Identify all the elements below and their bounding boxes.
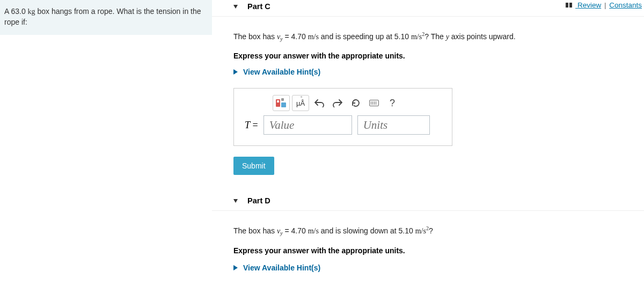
problem-statement: A 63.0 kg box hangs from a rope. What is… (0, 0, 212, 35)
svg-rect-3 (281, 102, 286, 107)
review-link[interactable]: Review (575, 1, 601, 9)
answer-box: µ°Å ? T = (233, 88, 452, 146)
part-d-prompt: The box has vy = 4.70 m/s and is slowing… (233, 225, 633, 237)
units-input[interactable] (357, 115, 430, 135)
svg-rect-1 (277, 100, 279, 102)
collapse-icon[interactable] (233, 199, 238, 203)
collapse-icon[interactable] (233, 5, 238, 9)
units-button[interactable]: µ°Å (292, 95, 309, 111)
hint-label: View Available Hint(s) (243, 68, 320, 76)
undo-button[interactable] (311, 95, 327, 111)
template-picker-button[interactable] (273, 95, 290, 111)
problem-unit: kg (28, 8, 35, 16)
part-d: Part D The box has vy = 4.70 m/s and is … (212, 194, 644, 273)
link-separator: | (603, 1, 608, 9)
hint-label: View Available Hint(s) (243, 263, 320, 272)
value-input[interactable] (264, 115, 352, 135)
reset-button[interactable] (348, 95, 364, 111)
part-c-title: Part C (247, 2, 270, 11)
expand-icon (233, 69, 238, 75)
keyboard-button[interactable] (366, 95, 382, 111)
problem-text-pre: A 63.0 (4, 7, 28, 16)
part-d-title: Part D (247, 196, 270, 205)
answer-toolbar: µ°Å ? (234, 89, 452, 115)
help-button[interactable]: ? (384, 95, 400, 111)
part-d-header[interactable]: Part D (212, 194, 644, 211)
part-c-prompt: The box has vy = 4.70 m/s and is speedin… (233, 31, 633, 43)
part-c-instruction: Express your answer with the appropriate… (233, 52, 633, 60)
top-links: Review | Constants (566, 1, 642, 9)
view-hints-button[interactable]: View Available Hint(s) (233, 262, 633, 273)
tension-label: T = (245, 120, 258, 131)
svg-rect-2 (281, 98, 284, 101)
main-area: Review | Constants Part C The box has vy… (212, 0, 644, 286)
flag-icon[interactable] (566, 1, 573, 6)
part-d-instruction: Express your answer with the appropriate… (233, 246, 633, 255)
expand-icon (233, 265, 238, 270)
view-hints-button[interactable]: View Available Hint(s) (233, 68, 633, 76)
redo-button[interactable] (330, 95, 346, 111)
constants-link[interactable]: Constants (609, 1, 642, 9)
part-c: Part C The box has vy = 4.70 m/s and is … (212, 0, 644, 175)
submit-button[interactable]: Submit (233, 157, 274, 175)
